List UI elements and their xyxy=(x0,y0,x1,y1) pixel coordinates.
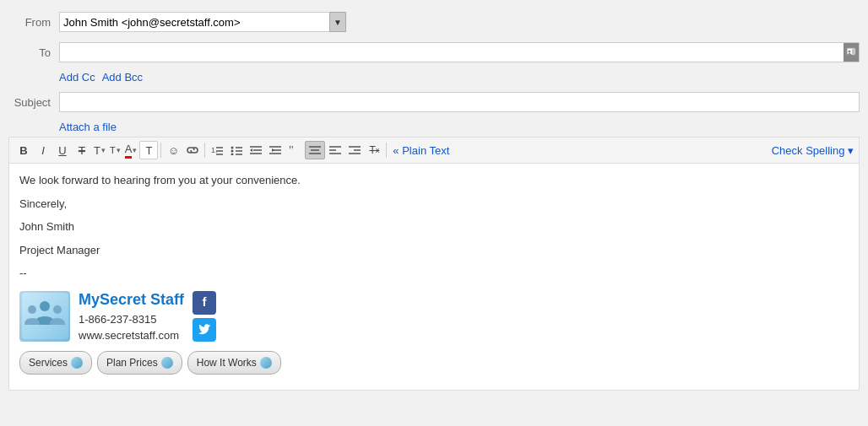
svg-text:": " xyxy=(289,145,294,155)
sincerely-text: Sincerely, xyxy=(19,196,849,213)
align-right-button[interactable] xyxy=(345,141,364,159)
add-bcc-button[interactable]: Add Bcc xyxy=(102,71,143,84)
to-input[interactable] xyxy=(60,43,844,62)
subject-label: Subject xyxy=(8,96,59,109)
svg-point-9 xyxy=(231,147,234,149)
svg-point-35 xyxy=(28,305,36,314)
from-select-wrapper: John Smith <john@secretstaff.com> ▼ xyxy=(59,12,346,32)
subject-row: Subject xyxy=(8,89,860,116)
sender-title: Project Manager xyxy=(19,242,849,259)
svg-rect-33 xyxy=(22,293,68,339)
toolbar-sep-2 xyxy=(204,143,205,158)
sig-separator: -- xyxy=(19,265,849,282)
indent-button[interactable] xyxy=(266,141,285,159)
subject-input[interactable] xyxy=(59,92,860,112)
clear-format-button[interactable]: Tx xyxy=(365,141,383,159)
how-it-works-icon xyxy=(260,357,272,369)
to-input-wrapper xyxy=(59,42,860,62)
plan-prices-icon xyxy=(161,357,173,369)
sig-social: f xyxy=(193,291,216,342)
outdent-button[interactable] xyxy=(247,141,265,159)
svg-point-11 xyxy=(231,154,234,156)
check-spelling-link[interactable]: Check Spelling ▾ xyxy=(772,144,854,157)
from-select[interactable]: John Smith <john@secretstaff.com> xyxy=(59,12,346,32)
editor-area[interactable]: We look forward to hearing from you at y… xyxy=(8,163,860,391)
toolbar: B I U T̶ T ▾ T ▾ A ▾ T ☺ 1. xyxy=(8,137,860,163)
link-button[interactable] xyxy=(183,141,202,159)
svg-marker-18 xyxy=(250,148,252,152)
toolbar-sep-1 xyxy=(160,143,161,158)
sig-buttons: Services Plan Prices How It Works xyxy=(19,351,849,375)
company-name: MySecret Staff xyxy=(79,288,184,311)
signature-block: MySecret Staff 1-866-237-8315 www.secret… xyxy=(19,288,849,375)
add-cc-button[interactable]: Add Cc xyxy=(59,71,95,84)
twitter-icon xyxy=(193,318,216,342)
underline-button[interactable]: U xyxy=(53,141,72,159)
sig-logo-row: MySecret Staff 1-866-237-8315 www.secret… xyxy=(19,288,849,344)
body-text: We look forward to hearing from you at y… xyxy=(19,172,849,189)
attach-row: Attach a file xyxy=(8,119,860,137)
plan-prices-button[interactable]: Plan Prices xyxy=(97,351,182,375)
how-it-works-button[interactable]: How It Works xyxy=(187,351,281,375)
emoji-button[interactable]: ☺ xyxy=(164,141,182,159)
toolbar-sep-3 xyxy=(386,143,387,158)
cc-bcc-row: Add Cc Add Bcc xyxy=(8,69,860,85)
from-label: From xyxy=(8,16,59,29)
from-dropdown-arrow[interactable]: ▼ xyxy=(329,12,346,32)
to-row: To xyxy=(8,39,860,66)
blockquote-button[interactable]: " xyxy=(285,141,304,159)
font-size-button[interactable]: T ▾ xyxy=(108,141,122,159)
svg-point-34 xyxy=(40,301,50,311)
svg-point-36 xyxy=(53,305,62,314)
from-row: From John Smith <john@secretstaff.com> ▼ xyxy=(8,8,860,35)
align-center-button[interactable] xyxy=(305,141,325,159)
sig-website: www.secretstaff.com xyxy=(79,327,184,344)
attach-file-link[interactable]: Attach a file xyxy=(59,121,117,133)
services-icon xyxy=(71,357,83,369)
services-button[interactable]: Services xyxy=(19,351,92,375)
facebook-icon: f xyxy=(193,291,216,315)
editor-content: We look forward to hearing from you at y… xyxy=(19,172,849,375)
font-color-button[interactable]: A ▾ xyxy=(123,141,139,159)
svg-marker-22 xyxy=(272,148,274,152)
svg-point-10 xyxy=(231,150,234,153)
svg-point-1 xyxy=(849,51,851,53)
font-family-button[interactable]: T ▾ xyxy=(92,141,107,159)
italic-button[interactable]: I xyxy=(34,141,52,159)
sig-avatar xyxy=(19,291,70,342)
sender-name: John Smith xyxy=(19,218,849,235)
contacts-svg xyxy=(846,47,856,57)
to-label: To xyxy=(8,46,59,59)
compose-window: From John Smith <john@secretstaff.com> ▼… xyxy=(0,0,868,426)
text-bg-button[interactable]: T xyxy=(139,141,158,159)
to-contacts-icon[interactable] xyxy=(844,43,859,62)
bold-button[interactable]: B xyxy=(14,141,33,159)
sig-phone: 1-866-237-8315 xyxy=(79,311,184,328)
align-left-button[interactable] xyxy=(326,141,344,159)
strikethrough-button[interactable]: T̶ xyxy=(73,141,91,159)
ordered-list-button[interactable]: 1. xyxy=(208,141,226,159)
plain-text-link[interactable]: « Plain Text xyxy=(393,144,449,157)
sig-text-block: MySecret Staff 1-866-237-8315 www.secret… xyxy=(79,288,184,344)
unordered-list-button[interactable] xyxy=(227,141,246,159)
